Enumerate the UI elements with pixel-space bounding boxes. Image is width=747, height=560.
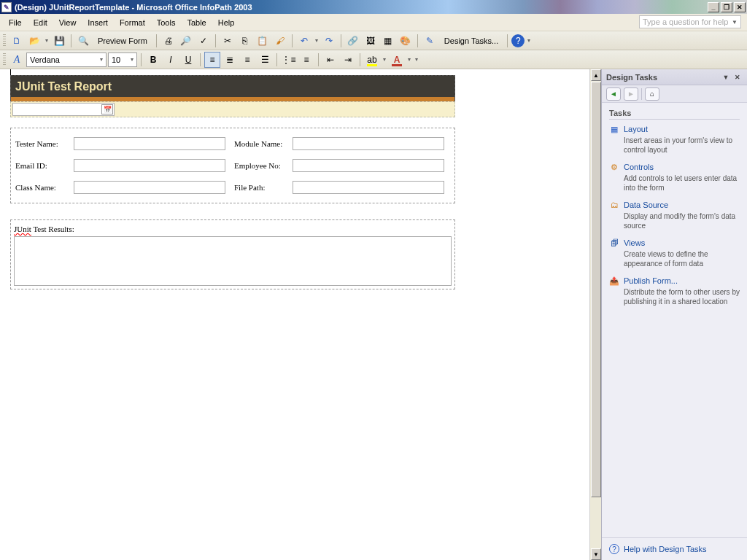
task-link-publish-form[interactable]: 📤 Publish Form...	[609, 276, 740, 286]
undo-dropdown[interactable]: ▾	[314, 37, 320, 44]
menu-file[interactable]: File	[3, 16, 28, 29]
toolbar-grip-2[interactable]	[3, 53, 6, 66]
menu-view[interactable]: View	[53, 16, 82, 29]
undo-icon[interactable]: ↶	[296, 33, 312, 49]
task-link-data-source[interactable]: 🗂 Data Source	[609, 200, 740, 210]
bullets-icon[interactable]: ⋮≡	[281, 52, 297, 68]
help-link-text: Help with Design Tasks	[624, 545, 707, 553]
menu-insert[interactable]: Insert	[82, 16, 114, 29]
taskpane-footer: ? Help with Design Tasks	[602, 537, 747, 560]
calendar-icon[interactable]: 📅	[101, 104, 113, 114]
task-link-views[interactable]: 🗐 Views	[609, 238, 740, 248]
class-name-field[interactable]	[74, 181, 225, 194]
bold-button[interactable]: B	[145, 52, 161, 68]
preview-icon[interactable]: 🔍	[75, 33, 91, 49]
close-button[interactable]: ✕	[734, 2, 746, 12]
nav-home-button[interactable]: ⌂	[645, 88, 659, 101]
menu-format[interactable]: Format	[114, 16, 151, 29]
color-scheme-icon[interactable]: 🎨	[398, 33, 414, 49]
results-label[interactable]: JUnit Test Results:	[14, 223, 452, 235]
menu-help[interactable]: Help	[212, 16, 241, 29]
task-layout-label: Layout	[624, 125, 648, 133]
vertical-scrollbar[interactable]: ▲ ▼	[589, 69, 601, 560]
task-link-layout[interactable]: ▦ Layout	[609, 124, 740, 134]
paste-icon[interactable]: 📋	[255, 33, 271, 49]
task-data-source-label: Data Source	[624, 201, 668, 209]
task-controls-desc: Add controls to let users enter data int…	[624, 174, 740, 192]
task-link-controls[interactable]: ⚙ Controls	[609, 162, 740, 172]
tester-name-field[interactable]	[74, 137, 225, 150]
cut-icon[interactable]: ✂	[220, 33, 236, 49]
taskpane-close-button[interactable]: ✕	[732, 72, 743, 82]
menu-tools[interactable]: Tools	[151, 16, 182, 29]
formatting-toolbar-options[interactable]: ▾	[414, 56, 419, 63]
help-search-box[interactable]: Type a question for help ▼	[639, 15, 741, 28]
nav-back-button[interactable]: ◄	[606, 88, 621, 101]
redo-icon[interactable]: ↷	[321, 33, 337, 49]
underline-button[interactable]: U	[180, 52, 196, 68]
font-icon[interactable]: A	[9, 52, 25, 68]
help-icon[interactable]: ?	[511, 34, 525, 47]
employee-no-field[interactable]	[293, 159, 444, 172]
main-area: JUnit Test Report 📅 Tester Name: Module …	[0, 69, 747, 560]
file-path-field[interactable]	[293, 181, 444, 194]
table-row: Employee No:	[233, 155, 452, 176]
preview-form-button[interactable]: Preview Form	[93, 33, 152, 49]
design-tasks-button[interactable]: Design Tasks...	[439, 33, 503, 49]
decrease-indent-icon[interactable]: ⇤	[322, 52, 338, 68]
copy-icon[interactable]: ⎘	[237, 33, 253, 49]
toolbar-options-dropdown[interactable]: ▾	[526, 37, 532, 44]
spellcheck-icon[interactable]: ✓	[196, 33, 212, 49]
task-item-controls: ⚙ Controls Add controls to let users ent…	[609, 162, 740, 192]
new-icon[interactable]: 🗋	[9, 33, 25, 49]
print-preview-icon[interactable]: 🔎	[178, 33, 194, 49]
email-id-field[interactable]	[74, 159, 225, 172]
tester-name-label: Tester Name:	[15, 139, 74, 148]
open-dropdown[interactable]: ▾	[44, 37, 50, 44]
report-title[interactable]: JUnit Test Report	[10, 75, 455, 97]
open-icon[interactable]: 📂	[26, 33, 42, 49]
tasks-section-header: Tasks	[609, 109, 740, 120]
font-selector[interactable]: Verdana ▾	[26, 52, 107, 67]
menu-table[interactable]: Table	[181, 16, 212, 29]
toolbar-grip[interactable]	[3, 34, 6, 47]
maximize-button[interactable]: ❐	[721, 2, 732, 12]
align-center-icon[interactable]: ≣	[222, 52, 238, 68]
task-item-views: 🗐 Views Create views to define the appea…	[609, 238, 740, 268]
format-painter-icon[interactable]: 🖌	[272, 33, 288, 49]
font-caret-icon: ▾	[100, 56, 103, 63]
print-icon[interactable]: 🖨	[160, 33, 177, 49]
scroll-up-arrow[interactable]: ▲	[591, 69, 601, 81]
design-canvas[interactable]: JUnit Test Report 📅 Tester Name: Module …	[0, 69, 589, 560]
align-left-icon[interactable]: ≡	[204, 52, 220, 68]
align-right-icon[interactable]: ≡	[239, 52, 255, 68]
numbering-icon[interactable]: ≡	[298, 52, 314, 68]
minimize-button[interactable]: _	[708, 2, 719, 12]
font-color-icon[interactable]: A	[389, 52, 405, 68]
window-title: (Design) JUnitReportTemplate - Microsoft…	[15, 3, 708, 12]
scroll-down-arrow[interactable]: ▼	[591, 548, 601, 560]
module-name-field[interactable]	[293, 137, 444, 150]
highlight-dropdown[interactable]: ▾	[382, 56, 387, 63]
save-icon[interactable]: 💾	[51, 33, 67, 49]
taskpane-nav: ◄ ► ⌂	[602, 85, 747, 103]
menu-edit[interactable]: Edit	[28, 16, 53, 29]
date-picker-field[interactable]: 📅	[12, 103, 115, 116]
insert-table-icon[interactable]: ▦	[380, 33, 396, 49]
design-tasks-icon[interactable]: ✎	[422, 33, 438, 49]
italic-button[interactable]: I	[163, 52, 179, 68]
help-with-design-tasks-link[interactable]: ? Help with Design Tasks	[609, 544, 740, 554]
highlight-icon[interactable]: ab	[364, 52, 380, 68]
scroll-thumb[interactable]	[591, 82, 601, 497]
taskpane-body: Tasks ▦ Layout Insert areas in your form…	[602, 103, 747, 537]
insert-hyperlink-icon[interactable]: 🔗	[345, 33, 361, 49]
align-justify-icon[interactable]: ☰	[257, 52, 273, 68]
results-text-box[interactable]	[14, 236, 452, 286]
font-size-selector[interactable]: 10 ▾	[108, 52, 137, 67]
taskpane-menu-caret[interactable]: ▼	[721, 72, 731, 82]
nav-forward-button[interactable]: ►	[624, 88, 638, 101]
increase-indent-icon[interactable]: ⇥	[340, 52, 356, 68]
font-color-dropdown[interactable]: ▾	[406, 56, 412, 63]
insert-picture-icon[interactable]: 🖼	[363, 33, 379, 49]
title-bar: ✎ (Design) JUnitReportTemplate - Microso…	[0, 0, 747, 14]
